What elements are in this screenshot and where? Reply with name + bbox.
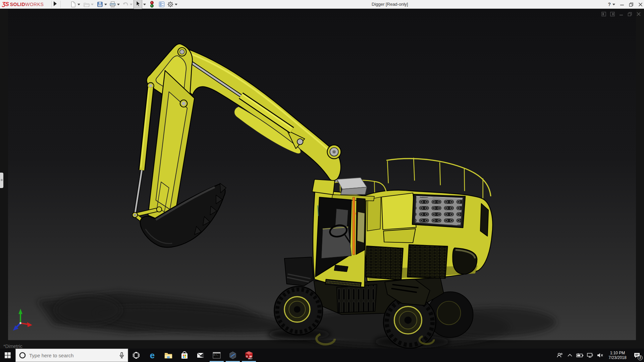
traffic-light-icon [149, 1, 155, 8]
document-window-icon[interactable] [601, 11, 606, 17]
view-orientation-label: *Dimetric [3, 344, 22, 349]
network-button[interactable] [585, 349, 595, 362]
windows-taskbar: e C:\_ [0, 349, 644, 362]
file-properties-icon [158, 1, 165, 8]
title-bar: ƷS SOLID WORKS [0, 0, 644, 9]
document-title: Digger [Read-only] [372, 2, 408, 7]
restore-child-icon[interactable] [627, 11, 633, 17]
network-icon [587, 353, 593, 358]
rebuild-button[interactable] [149, 0, 155, 8]
panel-flyout-tab[interactable] [0, 173, 3, 188]
volume-muted-icon [597, 353, 603, 358]
file-explorer-icon [164, 352, 172, 359]
undo-arrow-icon [122, 1, 129, 8]
menu-flyout-arrow-icon[interactable] [54, 1, 57, 6]
printer-icon [109, 1, 116, 8]
hexagon-app-icon [229, 351, 237, 359]
flyout-dot-icon [1, 179, 3, 181]
chevron-up-icon [568, 354, 572, 357]
solidworks-2017-icon: S W 2017 [245, 351, 253, 360]
save-button[interactable] [97, 0, 107, 8]
clock-time: 1:10 PM [606, 351, 629, 355]
grille-right [407, 245, 447, 278]
taskbar-app-edge[interactable]: e [144, 349, 160, 362]
taskbar-clock[interactable]: 1:10 PM 7/23/2018 [605, 351, 630, 360]
taskbar-app-store[interactable] [176, 349, 193, 362]
cursor-arrow-icon [135, 0, 141, 7]
body [365, 190, 493, 281]
select-tool-button[interactable] [133, 0, 146, 8]
cab [312, 178, 374, 288]
ds-logo-icon: ƷS [2, 1, 9, 8]
print-button[interactable] [109, 0, 120, 8]
new-document-button[interactable] [70, 0, 80, 8]
graphics-viewport[interactable]: *Dimetric [0, 9, 644, 349]
close-button[interactable] [638, 2, 643, 7]
start-button[interactable] [0, 349, 15, 362]
minimize-button[interactable] [620, 2, 624, 7]
edge-icon: e [150, 351, 155, 360]
search-input[interactable] [29, 353, 116, 358]
store-icon [181, 351, 188, 359]
door-edge-highlight [353, 197, 355, 255]
divider [60, 1, 61, 8]
front-wheel [274, 287, 323, 335]
save-floppy-icon [97, 1, 103, 8]
taskbar-app-task-view[interactable] [128, 349, 144, 362]
minimize-child-icon[interactable] [619, 11, 624, 17]
taskbar-app-hexagon[interactable] [225, 349, 241, 362]
divider [51, 1, 52, 8]
close-child-icon[interactable] [636, 11, 641, 17]
microphone-icon[interactable] [119, 352, 124, 359]
tray-overflow-button[interactable] [565, 349, 575, 362]
taskbar-app-file-explorer[interactable] [160, 349, 176, 362]
engine-deck [412, 194, 465, 228]
taskbar-app-command-prompt[interactable]: C:\_ [209, 349, 225, 362]
command-prompt-icon: C:\_ [213, 352, 221, 359]
volume-button[interactable] [595, 349, 605, 362]
svg-text:2017: 2017 [248, 358, 252, 360]
system-tray: 1:10 PM 7/23/2018 3 [555, 349, 644, 362]
gear-icon [167, 1, 174, 8]
task-view-icon [132, 352, 140, 359]
document-window-icon[interactable] [610, 11, 615, 17]
svg-text:S: S [246, 355, 248, 358]
new-document-icon [70, 1, 76, 8]
notification-badge: 3 [638, 355, 643, 360]
excavator-3d-scene [0, 9, 644, 349]
svg-text:C:\_: C:\_ [214, 354, 219, 356]
select-tool-pressed-box [133, 0, 142, 9]
windows-logo-icon [5, 352, 11, 358]
cortana-icon [19, 352, 26, 359]
undo-button[interactable] [122, 0, 132, 8]
battery-button[interactable] [575, 349, 585, 362]
people-icon [556, 352, 563, 359]
help-button[interactable]: ? [608, 2, 615, 7]
options-button[interactable] [167, 0, 177, 8]
solidworks-logo: ƷS SOLID WORKS [2, 0, 44, 8]
taskbar-app-solidworks[interactable]: S W 2017 [241, 349, 257, 362]
boom-pin [327, 145, 341, 159]
grille-left [366, 246, 403, 280]
child-window-controls [601, 11, 641, 17]
action-center-button[interactable]: 3 [630, 349, 644, 362]
clock-date: 7/23/2018 [606, 355, 629, 360]
restore-button[interactable] [629, 2, 634, 7]
file-properties-button[interactable] [158, 0, 165, 8]
people-button[interactable] [555, 349, 565, 362]
taskbar-search[interactable] [15, 349, 128, 362]
open-button[interactable] [83, 0, 94, 8]
mail-icon [197, 352, 205, 359]
battery-icon [576, 353, 584, 358]
open-folder-icon [83, 1, 90, 8]
taskbar-app-mail[interactable] [193, 349, 209, 362]
